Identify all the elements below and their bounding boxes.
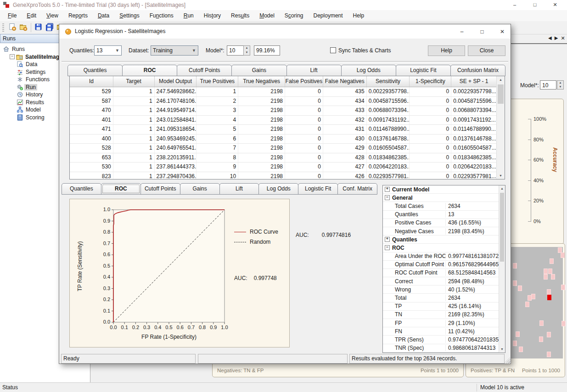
nav-prev-icon[interactable]: ◀ (548, 35, 552, 41)
menu-history[interactable]: History (199, 10, 226, 21)
property-category[interactable]: +Current Model (383, 185, 499, 194)
category-expander[interactable]: + (385, 237, 390, 242)
menu-run[interactable]: Run (179, 10, 199, 21)
menu-deployment[interactable]: Deployment (309, 10, 348, 21)
property-row: Negative Cases2198 (83.45%) (383, 227, 499, 235)
menu-scoring[interactable]: Scoring (280, 10, 309, 21)
table-row[interactable]: 5281240.649765541...7219804290.016055045… (70, 144, 497, 153)
new-run-button[interactable] (7, 22, 18, 33)
tab-lower-cutoff-points[interactable]: Cutoff Points (140, 183, 180, 195)
column-header[interactable]: Model Output (155, 76, 197, 87)
app-maximize-button[interactable]: □ (525, 0, 545, 10)
property-category[interactable]: +Quantiles (383, 235, 499, 244)
tab-upper-roc[interactable]: ROC (122, 65, 177, 76)
dataset-combo[interactable]: Training▼ (151, 45, 198, 56)
table-row[interactable]: 4711241.095318654...5219804310.011467889… (70, 125, 497, 134)
table-row[interactable]: 4011243.012584841...4219804320.009174311… (70, 116, 497, 125)
legend-random: Random (234, 239, 270, 245)
table-row[interactable]: 5301237.861444373...9219804270.020642201… (70, 162, 497, 172)
tab-lower-lift[interactable]: Lift (219, 183, 259, 195)
tab-lower-logistic-fit[interactable]: Logistic Fit (298, 183, 338, 195)
save-button[interactable] (33, 22, 44, 33)
tab-upper-confusion-matrix[interactable]: Confusion Matrix (450, 65, 505, 76)
menu-help[interactable]: Help (348, 10, 370, 21)
menu-data[interactable]: Data (93, 10, 114, 21)
table-cell: 8 (196, 153, 238, 162)
property-category[interactable]: −ROC (383, 244, 499, 252)
column-header[interactable]: True Negatives (238, 76, 285, 87)
menu-results[interactable]: Results (226, 10, 254, 21)
scatter-point (551, 274, 555, 280)
column-header[interactable]: 1-Specificity (410, 76, 451, 87)
tab-lower-quantiles[interactable]: Quantiles (62, 183, 101, 195)
column-header[interactable]: Id (70, 76, 113, 87)
menu-settings[interactable]: Settings (114, 10, 144, 21)
properties-scrollbar[interactable]: ▲ ▼ (499, 185, 505, 353)
bg-model-field[interactable]: 10 (540, 80, 556, 90)
tab-upper-lift[interactable]: Lift (286, 65, 342, 76)
tab-lower-roc[interactable]: ROC (101, 183, 141, 195)
category-expander[interactable]: + (385, 187, 390, 192)
bg-model-spinner[interactable]: ▲▼ (557, 80, 564, 90)
column-header[interactable]: SE + SP - 1 (451, 76, 497, 87)
tab-upper-gains[interactable]: Gains (231, 65, 286, 76)
scroll-up-icon[interactable]: ▲ (497, 76, 505, 83)
tab-lower-gains[interactable]: Gains (180, 183, 220, 195)
scrollbar-thumb[interactable] (498, 84, 504, 104)
property-category[interactable]: −General (383, 194, 499, 202)
table-row[interactable]: 6531238.220135911...8219804280.018348623… (70, 153, 497, 163)
property-label: Total Cases (383, 203, 445, 209)
help-button[interactable]: Help (428, 45, 465, 56)
statusbar-status-text: Status (2, 384, 18, 391)
scrollbar-thumb[interactable] (500, 193, 504, 262)
menu-view[interactable]: View (41, 10, 63, 21)
menu-reports[interactable]: Reports (63, 10, 93, 21)
tree-expander[interactable]: − (10, 54, 15, 59)
accuracy-percent-field[interactable]: 99.16% (254, 45, 280, 56)
tab-lower-conf-matrix[interactable]: Conf. Matrix (337, 183, 377, 195)
table-row[interactable]: 5871246.170748106...2219804340.004587155… (70, 97, 497, 106)
tab-upper-quantiles[interactable]: Quantiles (67, 65, 123, 76)
model-spinner[interactable]: ▲▼ (243, 45, 250, 56)
scroll-up-icon[interactable]: ▲ (499, 185, 505, 192)
column-header[interactable]: False Positives (285, 76, 323, 87)
tab-upper-cutoff-points[interactable]: Cutoff Points (177, 65, 232, 76)
app-close-button[interactable]: ✕ (545, 0, 565, 10)
nav-next-icon[interactable]: ▶ (555, 35, 558, 41)
column-header[interactable]: Sensitivity (367, 76, 410, 87)
new-run-icon (8, 23, 17, 33)
close-button[interactable]: Close (468, 45, 505, 56)
table-cell: 432 (323, 116, 367, 125)
column-header[interactable]: Target (113, 76, 155, 87)
table-row[interactable]: 8231237.294870436...10219804260.02293577… (70, 172, 497, 180)
tab-upper-logistic-fit[interactable]: Logistic Fit (396, 65, 451, 76)
menu-edit[interactable]: Edit (22, 10, 41, 21)
table-row[interactable]: 4001240.953469245...6219804300.013761467… (70, 134, 497, 144)
dialog-maximize-button[interactable]: □ (474, 26, 490, 37)
quantiles-combo[interactable]: 13▼ (94, 45, 122, 56)
menu-model[interactable]: Model (254, 10, 280, 21)
tab-upper-log-odds[interactable]: Log Odds (341, 65, 396, 76)
dialog-minimize-button[interactable]: – (454, 26, 470, 37)
toolbar-grip[interactable] (2, 23, 4, 32)
model-field[interactable]: 10 (227, 45, 244, 56)
dialog-close-x-button[interactable]: ✕ (494, 26, 510, 37)
table-row[interactable]: 4701244.919549714...3219804330.006880733… (70, 106, 497, 116)
menu-file[interactable]: File (3, 10, 22, 21)
scroll-down-icon[interactable]: ▼ (497, 172, 505, 179)
table-scrollbar[interactable]: ▲ ▼ (496, 76, 505, 179)
table-row[interactable]: 5291247.546928662...1219804350.002293577… (70, 87, 497, 97)
scroll-down-icon[interactable]: ▼ (499, 346, 505, 353)
menu-functions[interactable]: Functions (145, 10, 179, 21)
app-minimize-button[interactable]: – (505, 0, 525, 10)
sync-tables-checkbox[interactable] (330, 47, 336, 53)
column-header[interactable]: True Positives (196, 76, 238, 87)
templates-button[interactable] (18, 22, 29, 33)
category-expander[interactable]: − (385, 245, 390, 250)
resize-grip[interactable] (505, 358, 510, 363)
tab-lower-log-odds[interactable]: Log Odds (258, 183, 298, 195)
column-header[interactable]: False Negatives (323, 76, 367, 87)
save-all-button[interactable] (44, 22, 55, 33)
category-expander[interactable]: − (385, 195, 390, 200)
nav-close-icon[interactable]: ✕ (561, 35, 565, 41)
